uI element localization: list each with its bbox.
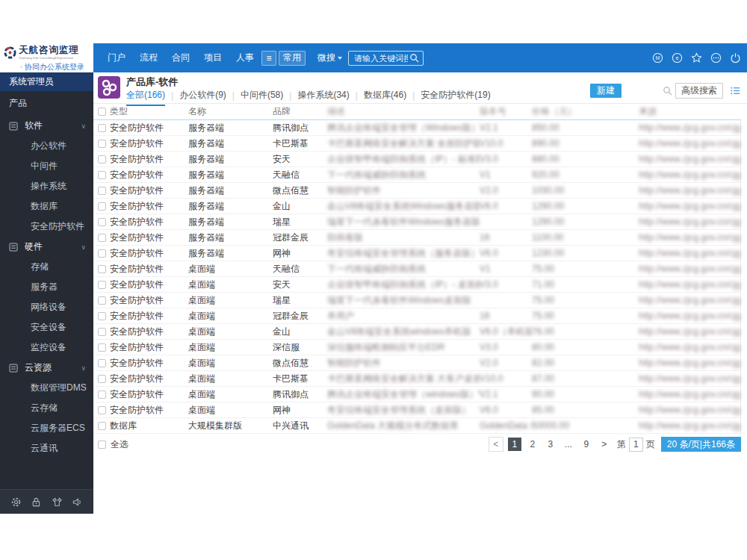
table-row[interactable]: 安全防护软件服务器端天融信下一代终端威胁防御系统V1920.00http://w… <box>93 167 740 183</box>
row-checkbox[interactable] <box>98 359 106 367</box>
sidebar-item-监控设备[interactable]: 监控设备 <box>0 337 93 358</box>
sidebar-item-网络设备[interactable]: 网络设备 <box>0 297 93 317</box>
tab-中间件(58)[interactable]: 中间件(58) <box>241 89 283 105</box>
table-row[interactable]: 安全防护软件服务器端网神奇安信终端安全管理系统（服务器版）V6.01230.00… <box>93 246 740 261</box>
table-row[interactable]: 安全防护软件服务器端微点佰慧智能防护软件V2.01030.00http://ww… <box>93 183 740 199</box>
table-row[interactable]: 安全防护软件桌面端冠群金辰单用户1675.00http://www.zjcg.g… <box>93 308 740 324</box>
select-all[interactable]: 全选 <box>98 438 128 451</box>
row-checkbox[interactable] <box>98 296 106 305</box>
sound-icon[interactable] <box>72 497 83 508</box>
message-icon[interactable]: e <box>672 52 683 63</box>
topnav-item-人事[interactable]: 人事 <box>236 52 254 64</box>
sidebar-item-安全防护软件[interactable]: 安全防护软件 <box>0 217 93 237</box>
tab-办公软件(9)[interactable]: 办公软件(9) <box>179 89 226 105</box>
select-all-checkbox[interactable] <box>98 441 106 449</box>
tab-操作系统(34)[interactable]: 操作系统(34) <box>297 89 349 105</box>
row-checkbox[interactable] <box>98 155 106 164</box>
row-checkbox[interactable] <box>98 140 106 148</box>
sidebar-item-云通讯[interactable]: 云通讯 <box>0 438 93 458</box>
table-row[interactable]: 安全防护软件桌面端网神奇安信终端安全管理系统（桌面版）V6.085.00http… <box>93 402 740 418</box>
sidebar-item-存储[interactable]: 存储 <box>0 257 93 277</box>
power-icon[interactable] <box>730 52 741 63</box>
row-checkbox[interactable] <box>98 343 106 352</box>
row-checkbox[interactable] <box>98 391 106 399</box>
table-row[interactable]: 安全防护软件桌面端卡巴斯基卡巴斯基网络安全解决方案 大客户桌面版（KES）- K… <box>93 371 740 387</box>
new-button[interactable]: 新建 <box>590 84 622 98</box>
hamburger-menu-icon[interactable]: ≡ <box>261 51 276 66</box>
table-row[interactable]: 安全防护软件服务器端金山金山V8终端安全系统Windows服务器版V6.0129… <box>93 199 740 214</box>
row-checkbox[interactable] <box>98 124 106 132</box>
prev-page-button[interactable]: < <box>489 437 503 452</box>
sidebar-item-服务器[interactable]: 服务器 <box>0 277 93 297</box>
theme-icon[interactable] <box>52 497 63 508</box>
row-checkbox[interactable] <box>98 281 106 289</box>
tab-全部(166)[interactable]: 全部(166) <box>126 89 165 105</box>
topnav-item-项目[interactable]: 项目 <box>204 52 222 64</box>
next-page-button[interactable]: > <box>598 438 611 451</box>
topnav-item-流程[interactable]: 流程 <box>140 52 158 64</box>
row-checkbox[interactable] <box>98 328 106 336</box>
settings-icon[interactable] <box>10 497 22 508</box>
row-checkbox[interactable] <box>98 218 106 226</box>
row-checkbox[interactable] <box>98 234 106 242</box>
tab-数据库(46)[interactable]: 数据库(46) <box>364 89 406 105</box>
sidebar-item-安全设备[interactable]: 安全设备 <box>0 317 93 337</box>
page-button-3[interactable]: 3 <box>544 438 557 451</box>
table-row[interactable]: 安全防护软件桌面端深信服深信服终端检测响应平台EDRV3.080.00http:… <box>93 340 740 355</box>
table-row[interactable]: 安全防护软件桌面端瑞星瑞星下一代杀毒软件Windows桌面版75.00http:… <box>93 293 740 308</box>
row-checkbox[interactable] <box>98 187 106 195</box>
sidebar-item-云服务器ECS[interactable]: 云服务器ECS <box>0 418 93 438</box>
star-icon[interactable] <box>691 52 702 63</box>
table-row[interactable]: 安全防护软件服务器端瑞星瑞星下一代杀毒软件Windows服务器版1290.00h… <box>93 214 740 230</box>
table-row[interactable]: 安全防护软件桌面端金山金山V8终端安全系统windows单机版V6.0（单机版）… <box>93 324 740 340</box>
page-button-1[interactable]: 1 <box>508 438 521 451</box>
lock-icon[interactable] <box>31 497 42 508</box>
table-row[interactable]: 安全防护软件桌面端安天企业级智甲终端防御系统（IP）- 桌面标准版V3.071.… <box>93 277 740 293</box>
topnav-item-pinned[interactable]: 常用 <box>279 51 306 66</box>
tab-安全防护软件(19)[interactable]: 安全防护软件(19) <box>421 89 490 105</box>
sidebar-section-云资源[interactable]: 云资源∨ <box>0 358 93 378</box>
list-view-icon[interactable] <box>730 85 741 96</box>
search-icon[interactable] <box>409 53 419 63</box>
row-checkbox[interactable] <box>98 265 106 273</box>
advanced-search-button[interactable]: 高级搜索 <box>675 83 723 99</box>
search-icon[interactable] <box>663 86 672 96</box>
wesearch-dropdown[interactable]: 微搜 <box>317 52 342 64</box>
table-row[interactable]: 安全防护软件服务器端卡巴斯基卡巴斯基网络安全解决方案 全面防护版 已停...V1… <box>93 136 740 152</box>
table-row[interactable]: 安全防护软件桌面端微点佰慧智能防护软件V2.082.00http://www.z… <box>93 355 740 371</box>
sidebar-item-中间件[interactable]: 中间件 <box>0 156 93 176</box>
table-row[interactable]: 安全防护软件服务器端安天企业级智甲终端防御系统（IP）- 标准版V3.0880.… <box>93 152 740 167</box>
sidebar-section-硬件[interactable]: 硬件∨ <box>0 237 93 257</box>
row-checkbox[interactable] <box>98 202 106 211</box>
sidebar-category-product[interactable]: 产品 <box>0 91 93 116</box>
table-row[interactable]: 安全防护软件桌面端天融信下一代终端威胁防御系统V175.00http://www… <box>93 261 740 277</box>
table-row[interactable]: 安全防护软件服务器端冠群金辰防病毒版161100.00http://www.zj… <box>93 230 740 246</box>
table-row[interactable]: 安全防护软件服务器端腾讯御点腾讯企业终端安全管理（Windows版）V2.185… <box>93 120 740 136</box>
page-button-2[interactable]: 2 <box>526 438 539 451</box>
m-badge-icon[interactable]: M <box>652 52 663 63</box>
row-checkbox[interactable] <box>98 249 106 258</box>
page-size-badge[interactable]: 20 条/页|共166条 <box>661 437 741 452</box>
row-checkbox[interactable] <box>98 312 106 320</box>
row-checkbox[interactable] <box>98 422 106 430</box>
row-checkbox[interactable] <box>98 406 106 414</box>
row-checkbox[interactable] <box>98 375 106 383</box>
sidebar-item-数据库[interactable]: 数据库 <box>0 196 93 217</box>
topnav-item-合同[interactable]: 合同 <box>172 52 190 64</box>
sidebar-item-办公软件[interactable]: 办公软件 <box>0 136 93 156</box>
page-jump-input[interactable]: 1 <box>629 438 643 452</box>
topnav-item-门户[interactable]: 门户 <box>108 52 125 64</box>
sidebar-item-云存储[interactable]: 云存储 <box>0 398 93 418</box>
global-search-input[interactable] <box>353 53 409 63</box>
page-button-9[interactable]: 9 <box>580 438 593 451</box>
table-row[interactable]: 安全防护软件桌面端腾讯御点腾讯企业终端安全管理（windows版）V2.1V2.… <box>93 387 740 402</box>
more-icon[interactable] <box>710 52 722 63</box>
row-checkbox[interactable] <box>98 171 106 179</box>
header-checkbox[interactable] <box>98 108 106 116</box>
table-row[interactable]: 数据库大规模集群版中兴通讯GoldenData 大规模分布式数据库GoldenD… <box>93 418 740 434</box>
sidebar-item-数据管理DMS[interactable]: 数据管理DMS <box>0 378 93 398</box>
product-search-input[interactable] <box>626 84 663 98</box>
sidebar-section-软件[interactable]: 软件∨ <box>0 116 93 136</box>
sidebar-item-操作系统[interactable]: 操作系统 <box>0 176 93 196</box>
oa-login-link[interactable]: · 协同办公系统登录 <box>20 63 90 72</box>
